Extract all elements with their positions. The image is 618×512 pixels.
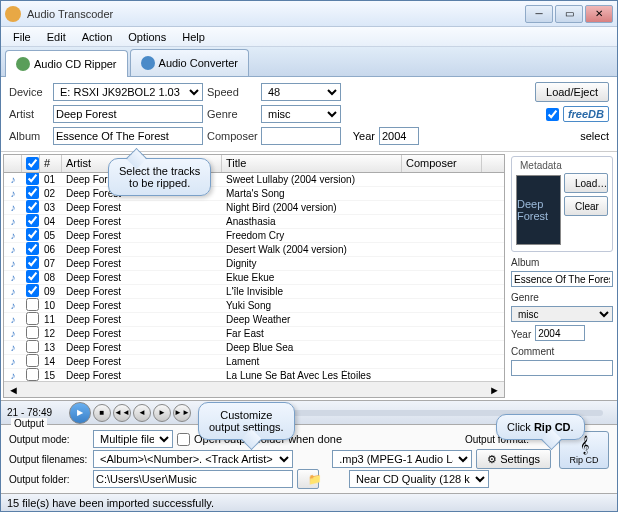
track-num: 04 — [40, 216, 62, 227]
h-scrollbar[interactable]: ◄► — [4, 381, 504, 397]
app-icon — [5, 6, 21, 22]
col-composer[interactable]: Composer — [402, 155, 482, 172]
table-row[interactable]: ♪09Deep ForestL'île Invisible — [4, 285, 504, 299]
tab-converter[interactable]: Audio Converter — [130, 49, 250, 76]
table-row[interactable]: ♪05Deep ForestFreedom Cry — [4, 229, 504, 243]
table-row[interactable]: ♪11Deep ForestDeep Weather — [4, 313, 504, 327]
track-checkbox[interactable] — [26, 340, 39, 353]
note-icon: ♪ — [4, 174, 22, 185]
track-checkbox[interactable] — [26, 228, 39, 241]
clear-meta-button[interactable]: Clear — [564, 196, 608, 216]
mode-select[interactable]: Multiple files — [93, 430, 173, 448]
track-checkbox[interactable] — [26, 256, 39, 269]
track-checkbox[interactable] — [26, 186, 39, 199]
open-folder-checkbox[interactable] — [177, 433, 190, 446]
track-num: 07 — [40, 258, 62, 269]
track-artist: Deep Forest — [62, 314, 222, 325]
speed-select[interactable]: 48 — [261, 83, 341, 101]
album-label: Album — [9, 130, 49, 142]
settings-button[interactable]: ⚙ Settings — [476, 449, 551, 469]
table-row[interactable]: ♪14Deep ForestLament — [4, 355, 504, 369]
minimize-button[interactable]: ─ — [525, 5, 553, 23]
track-title: Night Bird (2004 version) — [222, 202, 402, 213]
track-num: 10 — [40, 300, 62, 311]
table-row[interactable]: ♪12Deep ForestFar East — [4, 327, 504, 341]
maximize-button[interactable]: ▭ — [555, 5, 583, 23]
meta-year-input[interactable] — [535, 325, 585, 341]
freedb-button[interactable]: freeDB — [563, 106, 609, 122]
track-checkbox[interactable] — [26, 284, 39, 297]
prev-button[interactable]: ◄◄ — [113, 404, 131, 422]
speed-label: Speed — [207, 86, 257, 98]
table-row[interactable]: ♪15Deep ForestLa Lune Se Bat Avec Les Ét… — [4, 369, 504, 381]
meta-album-input[interactable] — [511, 271, 613, 287]
quality-select[interactable]: Near CD Quality (128 kbit/s) — [349, 470, 489, 488]
track-checkbox[interactable] — [26, 173, 39, 185]
select-checkbox[interactable] — [546, 108, 559, 121]
track-checkbox[interactable] — [26, 312, 39, 325]
rewind-button[interactable]: ◄ — [133, 404, 151, 422]
table-row[interactable]: ♪03Deep ForestNight Bird (2004 version) — [4, 201, 504, 215]
table-row[interactable]: ♪13Deep ForestDeep Blue Sea — [4, 341, 504, 355]
load-eject-button[interactable]: Load/Eject — [535, 82, 609, 102]
album-art: Deep Forest — [516, 175, 561, 245]
track-artist: Deep Forest — [62, 370, 222, 381]
tab-ripper-label: Audio CD Ripper — [34, 58, 117, 70]
folder-input[interactable] — [93, 470, 293, 488]
track-checkbox[interactable] — [26, 200, 39, 213]
track-checkbox[interactable] — [26, 354, 39, 367]
table-row[interactable]: ♪06Deep ForestDesert Walk (2004 version) — [4, 243, 504, 257]
track-checkbox[interactable] — [26, 242, 39, 255]
table-row[interactable]: ♪10Deep ForestYuki Song — [4, 299, 504, 313]
table-body[interactable]: ♪01Deep ForestSweet Lullaby (2004 versio… — [4, 173, 504, 381]
meta-album-label: Album — [511, 257, 613, 268]
tab-ripper[interactable]: Audio CD Ripper — [5, 50, 128, 77]
track-checkbox[interactable] — [26, 368, 39, 381]
year-input[interactable] — [379, 127, 419, 145]
track-num: 03 — [40, 202, 62, 213]
codec-select[interactable]: .mp3 (MPEG-1 Audio Layer 3) — [332, 450, 472, 468]
menu-options[interactable]: Options — [120, 29, 174, 45]
album-input[interactable] — [53, 127, 203, 145]
track-title: Yuki Song — [222, 300, 402, 311]
note-icon: ♪ — [4, 328, 22, 339]
composer-input[interactable] — [261, 127, 341, 145]
track-checkbox[interactable] — [26, 270, 39, 283]
browse-folder-button[interactable]: 📁 — [297, 469, 319, 489]
forward-button[interactable]: ► — [153, 404, 171, 422]
track-num: 02 — [40, 188, 62, 199]
meta-genre-select[interactable]: misc — [511, 306, 613, 322]
device-select[interactable]: E: RSXI JK92BOL2 1.03 — [53, 83, 203, 101]
table-row[interactable]: ♪02Deep ForestMarta's Song — [4, 187, 504, 201]
menu-help[interactable]: Help — [174, 29, 213, 45]
track-checkbox[interactable] — [26, 326, 39, 339]
tab-converter-label: Audio Converter — [159, 57, 239, 69]
filenames-select[interactable]: <Album>\<Number>. <Track Artist> - <Titl… — [93, 450, 293, 468]
track-checkbox[interactable] — [26, 214, 39, 227]
table-row[interactable]: ♪08Deep ForestEkue Ekue — [4, 271, 504, 285]
table-row[interactable]: ♪01Deep ForestSweet Lullaby (2004 versio… — [4, 173, 504, 187]
menu-edit[interactable]: Edit — [39, 29, 74, 45]
play-button[interactable]: ▶ — [69, 402, 91, 424]
next-button[interactable]: ►► — [173, 404, 191, 422]
meta-comment-input[interactable] — [511, 360, 613, 376]
genre-select[interactable]: misc — [261, 105, 341, 123]
table-row[interactable]: ♪04Deep ForestAnasthasia — [4, 215, 504, 229]
menu-file[interactable]: File — [5, 29, 39, 45]
col-num[interactable]: # — [40, 155, 62, 172]
table-header: # Artist Title Composer — [4, 155, 504, 173]
track-checkbox[interactable] — [26, 298, 39, 311]
track-artist: Deep Forest — [62, 300, 222, 311]
menu-action[interactable]: Action — [74, 29, 121, 45]
artist-input[interactable] — [53, 105, 203, 123]
treble-clef-icon: 𝄞 — [580, 436, 589, 454]
table-row[interactable]: ♪07Deep ForestDignity — [4, 257, 504, 271]
col-title[interactable]: Title — [222, 155, 402, 172]
track-artist: Deep Forest — [62, 356, 222, 367]
load-meta-button[interactable]: Load… — [564, 173, 608, 193]
stop-button[interactable]: ■ — [93, 404, 111, 422]
device-label: Device — [9, 86, 49, 98]
close-button[interactable]: ✕ — [585, 5, 613, 23]
select-all-checkbox[interactable] — [26, 157, 39, 170]
composer-label: Composer — [207, 130, 257, 142]
